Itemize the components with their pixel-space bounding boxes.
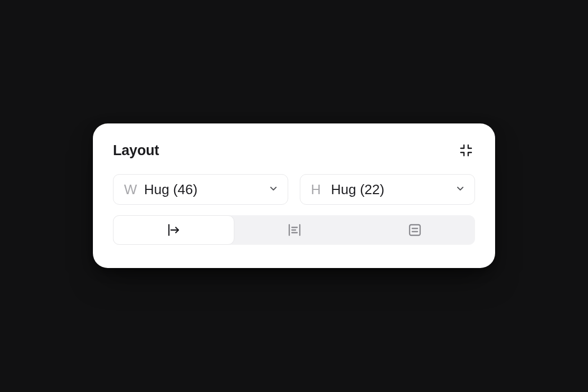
chevron-down-icon	[269, 184, 278, 195]
layout-mode-segmented	[113, 215, 475, 245]
panel-title: Layout	[113, 142, 159, 159]
layout-mode-grid[interactable]	[355, 215, 475, 245]
svg-rect-7	[410, 225, 420, 235]
layout-mode-horizontal[interactable]	[113, 215, 234, 245]
height-field[interactable]: H Hug (22)	[300, 174, 475, 205]
layout-panel: Layout W Hug (46)	[93, 123, 495, 268]
arrow-right-from-line-icon	[166, 222, 182, 238]
layout-box-icon	[407, 223, 422, 237]
collapse-icon	[458, 142, 475, 159]
dimensions-row: W Hug (46) H Hug (22)	[113, 174, 475, 205]
height-value: Hug (22)	[331, 181, 456, 198]
width-letter: W	[124, 181, 140, 198]
collapse-button[interactable]	[457, 141, 475, 159]
stage: Layout W Hug (46)	[0, 0, 588, 392]
chevron-down-icon	[456, 184, 465, 195]
panel-header: Layout	[113, 141, 475, 159]
layout-mode-wrap[interactable]	[234, 215, 355, 245]
width-field[interactable]: W Hug (46)	[113, 174, 288, 205]
height-letter: H	[311, 181, 327, 198]
width-value: Hug (46)	[144, 181, 269, 198]
wrap-lines-icon	[287, 222, 302, 238]
